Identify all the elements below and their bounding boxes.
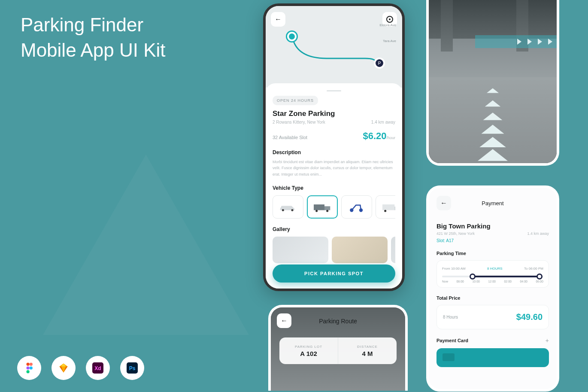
hero-line-2: Mobile App UI Kit	[21, 37, 166, 63]
slider-tick: Now	[442, 280, 448, 283]
vehicle-option-car[interactable]	[273, 195, 303, 219]
origin-pin-icon	[287, 32, 297, 41]
payment-spot-name: Big Town Parking	[436, 222, 549, 230]
description-heading: Description	[273, 149, 395, 155]
tool-icons-row: Xd Ps	[17, 356, 144, 380]
crosshair-icon	[386, 16, 393, 23]
stat-value: 4 M	[362, 350, 373, 357]
slider-tick: 02:00	[504, 280, 512, 283]
payment-distance: 1.4 km away	[527, 231, 549, 236]
svg-rect-11	[314, 204, 324, 210]
gallery-list	[273, 237, 395, 263]
price-text: $6.20/hour	[363, 131, 395, 142]
slider-thumb-start[interactable]	[470, 273, 476, 280]
hero-line-1: Parking Finder	[21, 12, 166, 37]
vehicle-type-heading: Vehicle Type	[273, 185, 395, 191]
time-slider-card: From 10:00 AM 8 HOURS To 06:00 PM Now08:…	[436, 260, 549, 288]
total-price-value: $49.60	[516, 312, 543, 322]
back-button[interactable]	[271, 12, 285, 27]
svg-point-1	[30, 363, 33, 366]
sheet-handle[interactable]	[327, 90, 341, 91]
map-view[interactable]: Eldora Ave Tara Ave P	[266, 6, 402, 88]
slider-tick: 08:00	[456, 280, 464, 283]
sketch-icon	[52, 356, 76, 380]
ar-camera-view	[429, 0, 557, 163]
svg-point-4	[27, 370, 30, 373]
svg-point-9	[282, 209, 284, 211]
phone-payment: Payment Big Town Parking 421 W 25th, New…	[426, 185, 559, 392]
credit-card-preview[interactable]	[436, 348, 549, 367]
slider-tick: 06:00	[536, 280, 543, 283]
spot-address: 2 Rowans Kittery, New York	[273, 120, 325, 125]
phone-parking-detail: Eldora Ave Tara Ave P OPEN 24 HOURS Star…	[263, 3, 405, 291]
slot-label: Slot: A17	[436, 238, 549, 243]
arrow-left-icon	[275, 15, 282, 23]
vehicle-option-van[interactable]	[376, 195, 395, 219]
hero-title: Parking Finder Mobile App UI Kit	[21, 12, 166, 63]
add-card-button[interactable]: +	[546, 337, 549, 344]
gallery-heading: Gallery	[273, 226, 395, 232]
spot-distance: 1.4 km away	[371, 120, 395, 125]
pick-spot-button[interactable]: PICK PARKING SPOT	[273, 264, 395, 283]
slider-tick: 12:00	[488, 280, 496, 283]
svg-point-2	[27, 366, 30, 369]
time-duration: 8 HOURS	[487, 267, 503, 270]
distance-stat: DISTANCE 4 M	[338, 337, 397, 364]
decorative-triangle	[43, 155, 249, 335]
svg-text:Xd: Xd	[94, 365, 101, 371]
spot-title: Star Zone Parking	[273, 109, 395, 118]
photoshop-icon: Ps	[120, 356, 144, 380]
svg-point-3	[30, 366, 33, 369]
availability-text: 32 Available Slot	[273, 135, 307, 140]
time-slider[interactable]	[442, 276, 543, 277]
svg-rect-18	[394, 207, 395, 210]
gallery-image[interactable]	[391, 237, 395, 263]
gallery-image[interactable]	[273, 237, 328, 263]
xd-icon: Xd	[86, 356, 110, 380]
route-stats-card: PARKING LOT A 102 DISTANCE 4 M	[279, 337, 397, 364]
parking-time-heading: Parking Time	[436, 251, 549, 256]
svg-point-19	[384, 210, 386, 212]
slider-tick-labels: Now08:0010:0012:0002:0004:0006:00	[442, 280, 543, 283]
time-from: From 10:00 AM	[442, 267, 466, 270]
slider-thumb-end[interactable]	[536, 273, 543, 280]
payment-address: 421 W 25th, New York	[436, 231, 475, 236]
destination-pin-icon: P	[374, 58, 385, 69]
svg-rect-17	[382, 204, 394, 210]
vehicle-option-scooter[interactable]	[341, 195, 372, 219]
description-text: Morbi tincidunt est vitae diam imperdiet…	[273, 159, 395, 177]
vehicle-option-truck[interactable]	[307, 195, 338, 219]
open-hours-badge: OPEN 24 HOURS	[273, 96, 318, 105]
phone-ar-navigation	[426, 0, 559, 166]
svg-point-13	[315, 210, 318, 212]
phone-parking-route: Parking Route PARKING LOT A 102 DISTANCE…	[268, 305, 408, 391]
street-label: Eldora Ave	[379, 23, 396, 27]
gallery-image[interactable]	[332, 237, 388, 263]
ar-path-arrows	[467, 82, 518, 163]
slider-tick: 04:00	[520, 280, 527, 283]
vehicle-type-list	[273, 195, 395, 219]
parking-lot-stat: PARKING LOT A 102	[279, 337, 338, 364]
total-hours-label: 8 Hours	[443, 315, 458, 319]
street-label: Tara Ave	[379, 39, 396, 43]
svg-point-10	[291, 209, 294, 211]
route-screen-title: Parking Route	[271, 318, 405, 325]
slider-tick: 10:00	[472, 280, 480, 283]
svg-rect-12	[324, 207, 330, 210]
map-street-labels: Eldora Ave Tara Ave	[379, 23, 396, 43]
detail-sheet: OPEN 24 HOURS Star Zone Parking 2 Rowans…	[266, 83, 402, 289]
svg-point-14	[326, 210, 328, 212]
payment-card-heading: Payment Card	[436, 338, 468, 343]
stat-label: DISTANCE	[357, 345, 378, 349]
payment-screen-title: Payment	[429, 200, 557, 207]
total-price-card: 8 Hours $49.60	[436, 305, 549, 329]
ar-turn-indicator	[475, 35, 557, 48]
svg-text:Ps: Ps	[129, 365, 136, 371]
stat-value: A 102	[300, 350, 317, 357]
route-line	[292, 37, 378, 67]
figma-icon	[17, 356, 41, 380]
total-price-heading: Total Price	[436, 295, 549, 301]
time-to: To 06:00 PM	[524, 267, 543, 270]
stat-label: PARKING LOT	[295, 345, 322, 349]
svg-point-0	[27, 363, 30, 366]
